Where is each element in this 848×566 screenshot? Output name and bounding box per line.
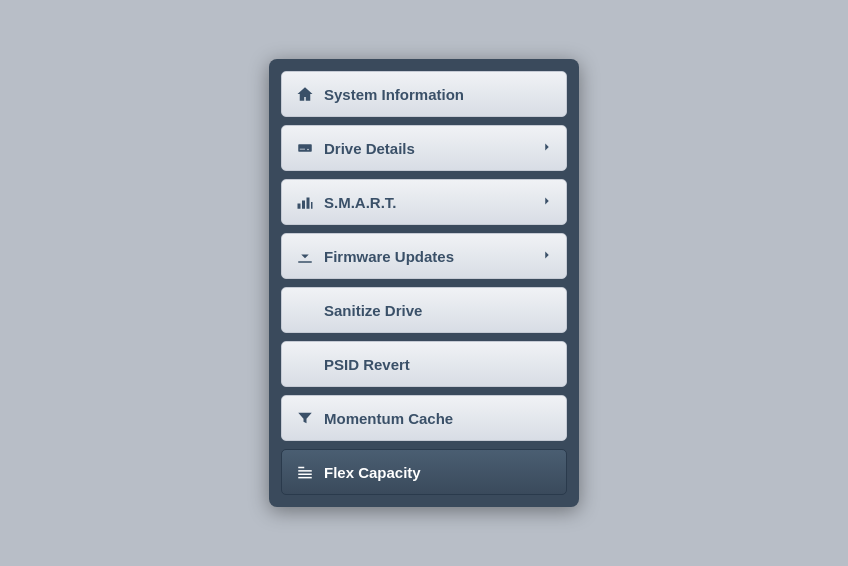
menu-item-label-momentum-cache: Momentum Cache [324, 410, 554, 427]
svg-rect-8 [298, 474, 312, 476]
menu-item-momentum-cache[interactable]: Momentum Cache [281, 395, 567, 441]
svg-rect-1 [302, 201, 305, 209]
svg-rect-9 [298, 477, 312, 479]
svg-line-5 [300, 305, 311, 316]
download-icon [294, 247, 316, 265]
svg-rect-0 [298, 204, 301, 209]
menu-item-label-drive-details: Drive Details [324, 140, 540, 157]
svg-rect-6 [298, 467, 304, 469]
menu-item-drive-details[interactable]: Drive Details [281, 125, 567, 171]
menu-item-system-information[interactable]: System Information [281, 71, 567, 117]
menu-item-flex-capacity[interactable]: Flex Capacity [281, 449, 567, 495]
refresh-icon [294, 355, 316, 373]
menu-item-label-sanitize-drive: Sanitize Drive [324, 302, 554, 319]
svg-rect-7 [298, 470, 312, 472]
menu-item-label-flex-capacity: Flex Capacity [324, 464, 554, 481]
svg-point-4 [298, 303, 312, 317]
svg-rect-2 [307, 198, 310, 209]
ban-icon [294, 301, 316, 319]
menu-panel: System InformationDrive DetailsS.M.A.R.T… [269, 59, 579, 507]
menu-item-label-psid-revert: PSID Revert [324, 356, 554, 373]
list-icon [294, 463, 316, 481]
drive-icon [294, 139, 316, 157]
menu-item-label-firmware-updates: Firmware Updates [324, 248, 540, 265]
menu-item-smart[interactable]: S.M.A.R.T. [281, 179, 567, 225]
filter-icon [294, 409, 316, 427]
chart-icon [294, 193, 316, 211]
menu-item-label-smart: S.M.A.R.T. [324, 194, 540, 211]
menu-item-label-system-information: System Information [324, 86, 554, 103]
chevron-right-icon [540, 194, 554, 211]
menu-item-psid-revert[interactable]: PSID Revert [281, 341, 567, 387]
menu-item-firmware-updates[interactable]: Firmware Updates [281, 233, 567, 279]
chevron-right-icon [540, 140, 554, 157]
chevron-right-icon [540, 248, 554, 265]
menu-item-sanitize-drive[interactable]: Sanitize Drive [281, 287, 567, 333]
svg-rect-3 [311, 202, 313, 209]
home-icon [294, 85, 316, 103]
